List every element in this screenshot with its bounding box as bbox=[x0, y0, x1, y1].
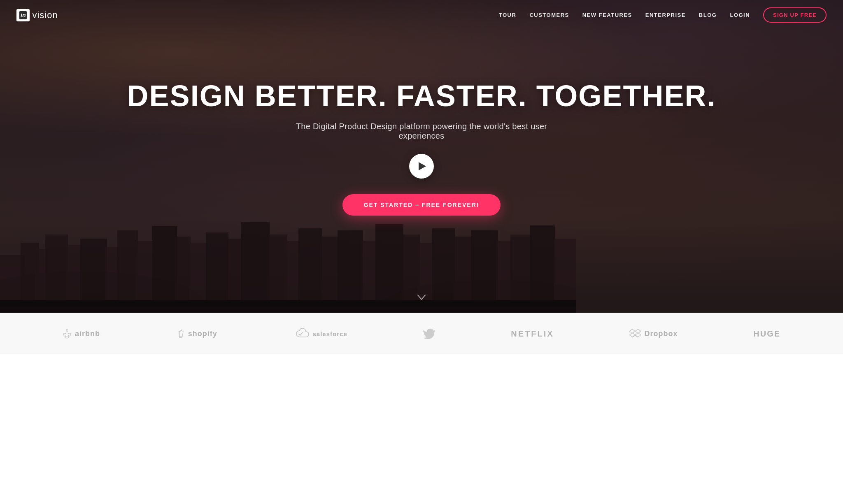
play-button[interactable] bbox=[409, 154, 434, 179]
airbnb-icon bbox=[63, 328, 72, 339]
nav-customers[interactable]: CUSTOMERS bbox=[529, 12, 569, 18]
nav-new-features[interactable]: NEW FEATURES bbox=[582, 12, 632, 18]
netflix-text: NETFLIX bbox=[511, 329, 554, 339]
svg-rect-26 bbox=[432, 228, 455, 313]
shopify-text: shopify bbox=[188, 330, 217, 338]
play-icon bbox=[419, 162, 426, 170]
main-nav: TOUR CUSTOMERS NEW FEATURES ENTERPRISE B… bbox=[499, 7, 827, 23]
salesforce-icon bbox=[293, 328, 310, 339]
nav-tour[interactable]: TOUR bbox=[499, 12, 517, 18]
svg-rect-16 bbox=[241, 222, 270, 313]
shopify-icon bbox=[176, 328, 185, 339]
logo-dropbox: Dropbox bbox=[629, 328, 678, 339]
logo-salesforce: salesforce bbox=[293, 328, 347, 339]
logo-huge: HUGE bbox=[753, 329, 780, 339]
logo-in: in bbox=[19, 11, 27, 19]
dropbox-icon bbox=[629, 328, 641, 339]
hero-section: DESIGN BETTER. FASTER. TOGETHER. The Dig… bbox=[0, 0, 843, 313]
nav-login[interactable]: LOGIN bbox=[730, 12, 750, 18]
svg-rect-23 bbox=[375, 224, 403, 313]
site-header: in vision TOUR CUSTOMERS NEW FEATURES EN… bbox=[0, 0, 843, 30]
logo-shopify: shopify bbox=[176, 328, 217, 339]
logo-twitter bbox=[423, 328, 435, 339]
logo[interactable]: in vision bbox=[16, 9, 58, 21]
huge-text: HUGE bbox=[753, 329, 780, 339]
svg-point-35 bbox=[179, 337, 181, 338]
svg-rect-34 bbox=[0, 307, 576, 313]
logo-vision-text: vision bbox=[32, 10, 58, 21]
svg-rect-31 bbox=[530, 225, 555, 313]
airbnb-text: airbnb bbox=[75, 330, 100, 338]
logos-section: airbnb shopify salesforce NETFLIX bbox=[0, 313, 843, 354]
signup-button[interactable]: SIGN UP FREE bbox=[763, 7, 827, 23]
hero-content: DESIGN BETTER. FASTER. TOGETHER. The Dig… bbox=[127, 81, 716, 216]
hero-title: DESIGN BETTER. FASTER. TOGETHER. bbox=[127, 81, 716, 112]
nav-blog[interactable]: BLOG bbox=[699, 12, 717, 18]
svg-rect-19 bbox=[298, 228, 322, 313]
nav-enterprise[interactable]: ENTERPRISE bbox=[645, 12, 686, 18]
hero-subtitle: The Digital Product Design platform powe… bbox=[282, 122, 561, 141]
scroll-indicator bbox=[417, 292, 426, 303]
logo-netflix: NETFLIX bbox=[511, 329, 554, 339]
twitter-icon bbox=[423, 328, 435, 339]
logo-airbnb: airbnb bbox=[63, 328, 100, 339]
get-started-button[interactable]: GET STARTED – FREE FOREVER! bbox=[342, 194, 501, 216]
svg-rect-11 bbox=[152, 226, 177, 313]
dropbox-text: Dropbox bbox=[644, 330, 678, 338]
salesforce-text: salesforce bbox=[313, 330, 347, 337]
